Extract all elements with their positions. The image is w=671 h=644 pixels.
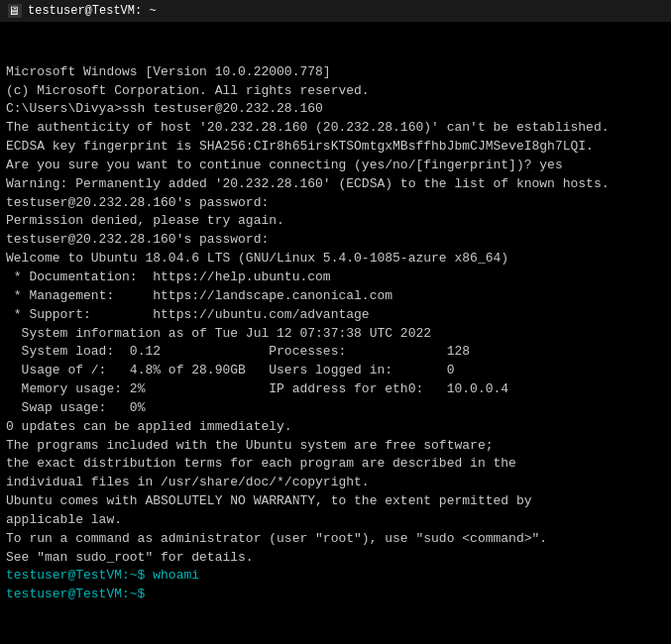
terminal-line: Microsoft Windows [Version 10.0.22000.77…	[6, 63, 665, 82]
terminal-line: 0 updates can be applied immediately.	[6, 418, 665, 437]
terminal-line: the exact distribution terms for each pr…	[6, 455, 665, 474]
terminal-line: testuser@20.232.28.160's password:	[6, 231, 665, 250]
terminal-line: C:\Users\Divya>ssh testuser@20.232.28.16…	[6, 100, 665, 119]
terminal-line: testuser@TestVM:~$	[6, 586, 665, 604]
terminal-line: The authenticity of host '20.232.28.160 …	[6, 119, 665, 138]
terminal-line: * Management: https://landscape.canonica…	[6, 287, 665, 306]
terminal-line: System information as of Tue Jul 12 07:3…	[6, 325, 665, 344]
terminal-line: individual files in /usr/share/doc/*/cop…	[6, 474, 665, 492]
terminal-line: Are you sure you want to continue connec…	[6, 157, 665, 175]
terminal-line: Ubuntu comes with ABSOLUTELY NO WARRANTY…	[6, 492, 665, 511]
terminal-body[interactable]: Microsoft Windows [Version 10.0.22000.77…	[0, 22, 671, 644]
terminal-line: testuser@TestVM:~$ whoami	[6, 567, 665, 586]
terminal-line: applicable law.	[6, 511, 665, 530]
terminal-line: See "man sudo_root" for details.	[6, 549, 665, 568]
terminal-line: testuser@20.232.28.160's password:	[6, 194, 665, 213]
terminal-line: The programs included with the Ubuntu sy…	[6, 437, 665, 456]
terminal-line: * Documentation: https://help.ubuntu.com	[6, 268, 665, 287]
terminal-line: Welcome to Ubuntu 18.04.6 LTS (GNU/Linux…	[6, 250, 665, 268]
terminal-line: System load: 0.12 Processes: 128	[6, 343, 665, 362]
terminal-line: Permission denied, please try again.	[6, 212, 665, 231]
title-bar: 🖥 testuser@TestVM: ~	[0, 0, 671, 22]
terminal-line: Usage of /: 4.8% of 28.90GB Users logged…	[6, 362, 665, 380]
terminal-line: Warning: Permanently added '20.232.28.16…	[6, 175, 665, 194]
terminal-line: * Support: https://ubuntu.com/advantage	[6, 306, 665, 325]
terminal-icon: 🖥	[8, 4, 22, 18]
terminal-line: To run a command as administrator (user …	[6, 530, 665, 549]
terminal-window: 🖥 testuser@TestVM: ~ Microsoft Windows […	[0, 0, 671, 644]
terminal-line: Memory usage: 2% IP address for eth0: 10…	[6, 380, 665, 399]
terminal-line: Swap usage: 0%	[6, 399, 665, 418]
title-label: testuser@TestVM: ~	[28, 4, 157, 18]
terminal-line: (c) Microsoft Corporation. All rights re…	[6, 82, 665, 101]
terminal-line: ECDSA key fingerprint is SHA256:CIr8h65i…	[6, 138, 665, 157]
